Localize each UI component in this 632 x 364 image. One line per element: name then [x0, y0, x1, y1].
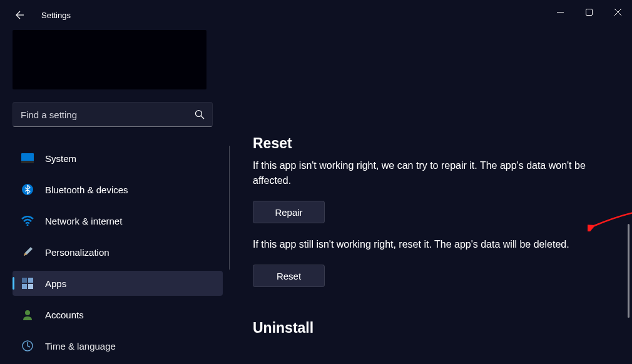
- sidebar-item-label: Network & internet: [45, 216, 122, 226]
- close-button[interactable]: [603, 0, 632, 24]
- account-block[interactable]: [13, 30, 206, 89]
- minimize-button[interactable]: [546, 0, 574, 24]
- sidebar-item-personalization[interactable]: Personalization: [13, 240, 223, 265]
- sidebar-item-label: Bluetooth & devices: [45, 185, 128, 195]
- back-button[interactable]: [9, 5, 29, 25]
- svg-rect-6: [22, 278, 27, 283]
- svg-rect-2: [21, 153, 34, 162]
- repair-button[interactable]: Repair: [253, 201, 325, 223]
- sidebar-item-network[interactable]: Network & internet: [13, 208, 223, 233]
- close-icon: [614, 9, 621, 16]
- svg-rect-7: [28, 278, 33, 283]
- maximize-icon: [586, 9, 593, 16]
- svg-rect-3: [21, 161, 34, 163]
- search-icon: [195, 109, 205, 119]
- sidebar-item-label: Accounts: [45, 310, 84, 320]
- person-icon: [21, 308, 34, 321]
- sidebar-item-label: System: [45, 153, 76, 164]
- sidebar-item-label: Apps: [45, 278, 66, 289]
- paintbrush-icon: [21, 246, 34, 258]
- nav: System Bluetooth & devices Network & int…: [0, 146, 225, 358]
- arrow-left-icon: [13, 9, 24, 21]
- minimize-icon: [557, 9, 564, 16]
- svg-rect-0: [586, 9, 592, 15]
- sidebar-item-accounts[interactable]: Accounts: [13, 302, 223, 327]
- search-input[interactable]: [21, 109, 195, 120]
- window-controls: [546, 0, 632, 24]
- search-wrap: [13, 102, 213, 127]
- svg-rect-9: [28, 284, 33, 289]
- titlebar: Settings: [0, 0, 632, 30]
- sidebar-item-time-language[interactable]: Time & language: [13, 333, 223, 358]
- maximize-button[interactable]: [574, 0, 603, 24]
- reset-button[interactable]: Reset: [253, 265, 325, 287]
- sidebar-scroll-track: [229, 146, 230, 270]
- bluetooth-icon: [21, 183, 34, 196]
- sidebar-item-system[interactable]: System: [13, 146, 223, 171]
- app-title: Settings: [41, 11, 71, 20]
- content-area: Reset If this app isn't working right, w…: [253, 30, 632, 364]
- titlebar-left: Settings: [9, 5, 71, 25]
- reset-heading: Reset: [253, 135, 632, 152]
- sidebar-item-label: Time & language: [45, 341, 116, 351]
- apps-icon: [21, 277, 34, 290]
- wifi-icon: [21, 215, 34, 227]
- svg-rect-8: [22, 284, 27, 289]
- sidebar: System Bluetooth & devices Network & int…: [0, 30, 225, 364]
- content-scrollbar[interactable]: [628, 224, 629, 318]
- clock-globe-icon: [21, 340, 34, 352]
- reset-description: If this app still isn't working right, r…: [253, 237, 616, 252]
- sidebar-item-bluetooth[interactable]: Bluetooth & devices: [13, 177, 223, 202]
- display-icon: [21, 152, 34, 164]
- svg-point-10: [25, 310, 30, 315]
- search-box[interactable]: [13, 102, 213, 127]
- uninstall-heading: Uninstall: [253, 320, 632, 336]
- sidebar-item-label: Personalization: [45, 247, 110, 258]
- content-inner: Reset If this app isn't working right, w…: [253, 30, 632, 336]
- repair-description: If this app isn't working right, we can …: [253, 158, 594, 188]
- svg-point-5: [27, 225, 29, 226]
- svg-point-1: [196, 111, 202, 117]
- sidebar-item-apps[interactable]: Apps: [13, 271, 223, 296]
